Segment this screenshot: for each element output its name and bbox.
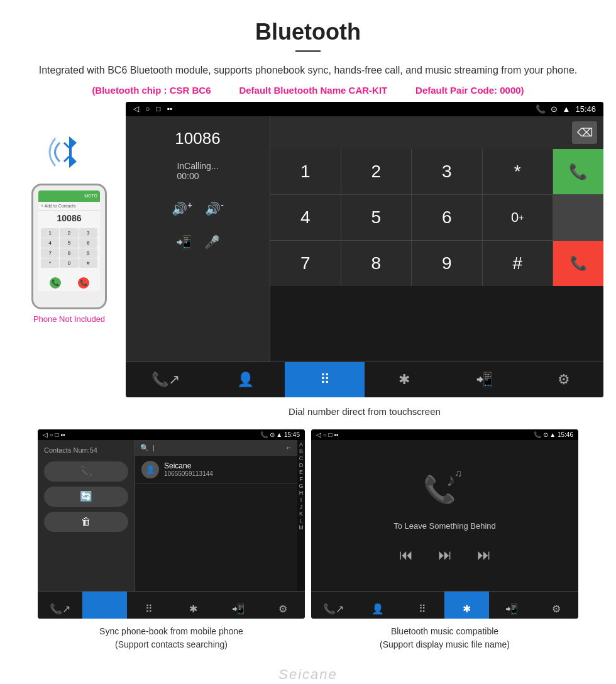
nav-contacts-button[interactable]: 👤 — [206, 362, 285, 397]
music-screen-wrapper: ◁ ○ □ ▪▪ 📞 ⊙ ▲ 15:46 📞 ♪ ♫ To Leave Some… — [311, 429, 578, 651]
dial-input-row: ⌫ — [270, 116, 603, 149]
dial-screen-content: 10086 InCalling... 00:00 🔊+ 🔊- 📲 🎤 — [126, 116, 603, 361]
notification-icons: ▪▪ — [167, 104, 173, 113]
num-hash-button[interactable]: # — [483, 241, 553, 286]
num-1-button[interactable]: 1 — [270, 149, 341, 194]
prev-track-button[interactable]: ⏮ — [399, 547, 413, 563]
music-nav-transfer2[interactable]: 📲 — [489, 592, 534, 619]
contacts-content: Contacts Num:54 📞 🔄 🗑 🔍 | ← 👤 — [38, 440, 305, 591]
small-nav-settings[interactable]: ⚙ — [260, 592, 305, 619]
contacts-caption: Sync phone-book from mobile phone (Suppo… — [38, 619, 305, 651]
num-5-button[interactable]: 5 — [341, 195, 412, 240]
phone-numpad: 1 2 3 4 5 6 7 8 9 * 0 # — [41, 228, 97, 268]
volume-controls: 🔊+ 🔊- — [172, 200, 224, 216]
music-nav-bluetooth[interactable]: ✱ — [444, 592, 489, 619]
phone-end-button: 📞 — [78, 277, 89, 289]
next-track-button[interactable]: ⏭ — [477, 547, 491, 563]
call-red-button[interactable]: 📞 — [553, 241, 603, 286]
spec-pair: Default Pair Code: 0000) — [415, 85, 524, 96]
phone-number-display: 10086 — [38, 211, 100, 226]
backspace-button[interactable]: ⌫ — [572, 121, 597, 144]
contacts-left-panel: Contacts Num:54 📞 🔄 🗑 — [38, 440, 135, 591]
status-bar-right: 📞 ⊙ ▲ 15:46 — [536, 104, 596, 114]
search-icon: 🔍 — [140, 444, 149, 452]
small-nav-bluetooth[interactable]: ✱ — [171, 592, 216, 619]
contact-phone: 10655059113144 — [164, 470, 213, 477]
music-status-left: ◁ ○ □ ▪▪ — [316, 431, 339, 438]
num-7-button[interactable]: 7 — [270, 241, 341, 286]
music-caption-line1: Bluetooth music compatible — [314, 625, 575, 638]
svg-text:♫: ♫ — [454, 468, 462, 478]
contacts-bottom-nav: 📞↗ 👤 ⠿ ✱ 📲 ⚙ — [38, 591, 305, 619]
header-specs: (Bluetooth chip : CSR BC6 Default Blueto… — [38, 85, 578, 96]
music-song-title: To Leave Something Behind — [393, 521, 496, 531]
num-8-button[interactable]: 8 — [341, 241, 412, 286]
dial-left-panel: 10086 InCalling... 00:00 🔊+ 🔊- 📲 🎤 — [126, 116, 270, 361]
num-2-button[interactable]: 2 — [341, 149, 412, 194]
nav-home-icon: ○ — [145, 104, 150, 113]
num-9-button[interactable]: 9 — [412, 241, 482, 286]
phone-side: MOTO + Add to Contacts 10086 1 2 3 4 5 6… — [13, 102, 126, 324]
small-nav-transfer[interactable]: 📞↗ — [38, 592, 82, 619]
nav-recent-icon: □ — [156, 104, 160, 113]
nav-transfer-button[interactable]: 📞↗ — [126, 362, 206, 397]
music-nav-settings[interactable]: ⚙ — [534, 592, 578, 619]
next-section-button[interactable]: ⏭ — [438, 547, 452, 563]
contacts-status-left: ◁ ○ □ ▪▪ — [43, 431, 65, 438]
android-screen-dial: ◁ ○ □ ▪▪ 📞 ⊙ ▲ 15:46 10086 — [126, 102, 603, 397]
nav-bluetooth-button[interactable]: ✱ — [365, 362, 444, 397]
nav-back-icon: ◁ — [133, 104, 139, 113]
location-icon: ⊙ — [551, 104, 558, 114]
volume-down-icon[interactable]: 🔊- — [205, 200, 224, 216]
music-status-right: 📞 ⊙ ▲ 15:46 — [534, 431, 573, 438]
contacts-search-bar: 🔍 | ← — [135, 440, 297, 456]
phone-not-included-label: Phone Not Included — [33, 314, 105, 324]
mute-mic-icon[interactable]: 🎤 — [204, 234, 220, 250]
watermark: Seicane — [0, 664, 616, 684]
num-star-button[interactable]: * — [483, 149, 553, 194]
title-divider — [295, 50, 321, 52]
transfer-call-icon[interactable]: 📲 — [176, 234, 192, 250]
dialed-number: 10086 — [175, 129, 220, 148]
numpad-grid: 1 2 3 * 📞 4 5 6 0+ 7 8 9 # 📞 — [270, 149, 603, 286]
music-nav-contacts[interactable]: 👤 — [356, 592, 400, 619]
volume-up-icon[interactable]: 🔊+ — [172, 200, 192, 216]
bottom-screens: ◁ ○ □ ▪▪ 📞 ⊙ ▲ 15:45 Contacts Num:54 📞 🔄… — [0, 423, 616, 658]
bluetooth-waves-icon — [44, 127, 94, 177]
music-art-area: 📞 ♪ ♫ — [420, 467, 470, 511]
call-status: InCalling... — [177, 161, 218, 171]
spec-name: Default Bluetooth Name CAR-KIT — [239, 85, 387, 96]
nav-transfer2-button[interactable]: 📲 — [444, 362, 524, 397]
music-caption-line2: (Support display music file name) — [314, 638, 575, 651]
contacts-caption-line2: (Support contacts searching) — [41, 638, 302, 651]
music-nav-transfer[interactable]: 📞↗ — [311, 592, 356, 619]
call-action-button[interactable]: 📞 — [44, 461, 128, 482]
contacts-status-right: 📞 ⊙ ▲ 15:45 — [260, 431, 300, 438]
phone-call-button: 📞 — [50, 277, 61, 289]
music-nav-dialpad[interactable]: ⠿ — [400, 592, 445, 619]
status-bar-left: ◁ ○ □ ▪▪ — [133, 104, 172, 113]
wifi-icon: ▲ — [563, 104, 571, 114]
svg-line-1 — [64, 143, 69, 148]
phone-bottom-buttons: 📞 📞 — [38, 275, 100, 291]
contact-entry-seicane[interactable]: 👤 Seicane 10655059113144 — [135, 456, 297, 484]
phone-contact-row: + Add to Contacts — [38, 202, 100, 211]
phone-top-bar: MOTO — [38, 190, 100, 202]
refresh-action-button[interactable]: 🔄 — [44, 487, 128, 507]
nav-dialpad-button[interactable]: ⠿ — [285, 362, 365, 397]
num-6-button[interactable]: 6 — [412, 195, 482, 240]
svg-line-2 — [64, 157, 69, 162]
small-nav-dialpad[interactable]: ⠿ — [127, 592, 172, 619]
small-nav-transfer2[interactable]: 📲 — [216, 592, 260, 619]
num-4-button[interactable]: 4 — [270, 195, 341, 240]
dial-extra-controls: 📲 🎤 — [176, 234, 220, 250]
small-nav-contacts[interactable]: 👤 — [82, 592, 127, 619]
music-controls: ⏮ ⏭ ⏭ — [399, 547, 491, 563]
num-3-button[interactable]: 3 — [412, 149, 482, 194]
nav-settings-button[interactable]: ⚙ — [524, 362, 603, 397]
contacts-screen-wrapper: ◁ ○ □ ▪▪ 📞 ⊙ ▲ 15:45 Contacts Num:54 📞 🔄… — [38, 429, 305, 651]
delete-action-button[interactable]: 🗑 — [44, 512, 128, 532]
num-0plus-button[interactable]: 0+ — [483, 195, 553, 240]
bluetooth-icon-area — [44, 127, 94, 177]
call-green-button[interactable]: 📞 — [553, 149, 603, 194]
